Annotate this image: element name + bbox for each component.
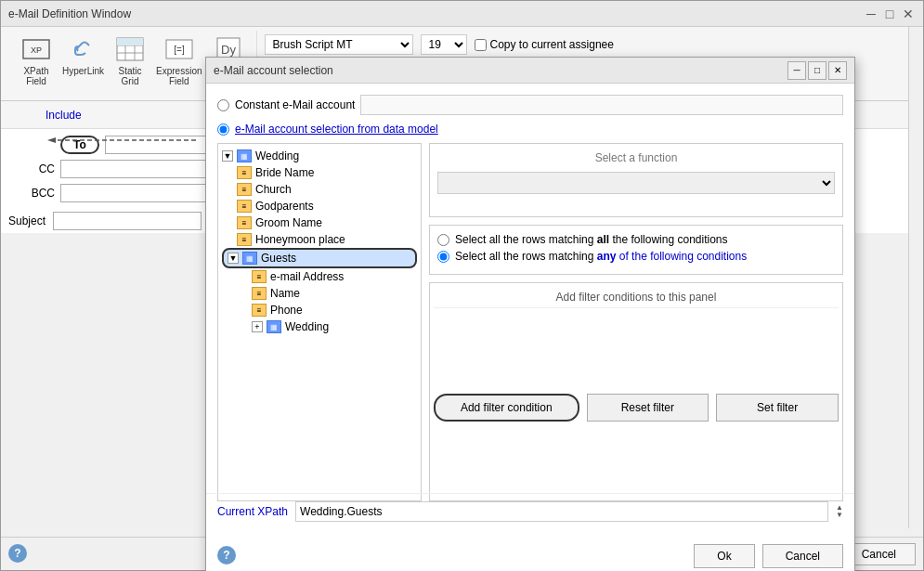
size-selector[interactable]: 19 [421, 34, 467, 55]
tree-item-name[interactable]: ≡ Name [222, 285, 417, 302]
right-panel: Select a function Select all the rows ma… [429, 143, 843, 501]
constant-radio-label[interactable]: Constant e-Mail account [235, 98, 355, 111]
font-selector[interactable]: Brush Script MT [265, 34, 413, 55]
tree-item-email-address[interactable]: ≡ e-mail Address [222, 268, 417, 285]
tree-item-phone-label: Phone [270, 304, 303, 317]
copy-checkbox-label[interactable]: Copy to current assignee [475, 38, 614, 51]
wedding-sub-table-icon: ▦ [267, 320, 281, 333]
cc-input[interactable] [60, 160, 209, 178]
modal-close-btn[interactable]: ✕ [828, 61, 847, 80]
honeymoon-field-icon: ≡ [237, 233, 252, 246]
wedding-sub-expander[interactable]: + [252, 321, 263, 332]
wedding-expander[interactable]: ▼ [222, 150, 233, 162]
xpath-input[interactable] [295, 501, 828, 522]
tree-item-bride-name[interactable]: ≡ Bride Name [222, 164, 417, 181]
modal-dialog: e-Mail account selection ─ □ ✕ Constant … [205, 57, 855, 571]
cc-label: CC [8, 162, 55, 175]
xpath-label: Current XPath [217, 505, 288, 518]
tree-item-bride-name-label: Bride Name [255, 166, 314, 179]
set-filter-btn[interactable]: Set filter [716, 394, 839, 422]
name-field-icon: ≡ [252, 287, 267, 300]
tree-item-email-address-label: e-mail Address [270, 270, 344, 283]
main-help-icon[interactable]: ? [8, 544, 27, 563]
church-field-icon: ≡ [237, 183, 252, 196]
filter-panel-header: Add filter conditions to this panel [434, 287, 839, 308]
guests-table-icon: ▦ [242, 252, 257, 265]
xpath-icon: XP [21, 34, 51, 64]
tree-item-guests[interactable]: ▼ ▦ Guests [222, 248, 417, 268]
add-filter-condition-btn[interactable]: Add filter condition [434, 394, 579, 422]
toolbar-xpath-field[interactable]: XP XPathField [16, 31, 57, 90]
all-condition-row: Select all the rows matching all the fol… [437, 233, 835, 246]
toolbar-right: Brush Script MT 19 Copy to current assig… [257, 31, 917, 58]
tree-item-church-label: Church [255, 183, 292, 196]
reset-filter-btn[interactable]: Reset filter [587, 394, 709, 422]
modal-main-content: ▼ ▦ Wedding ≡ Bride Name ≡ Church [217, 143, 843, 501]
svg-rect-7 [117, 38, 143, 45]
modal-controls: ─ □ ✕ [787, 61, 847, 80]
tree-item-groom-name[interactable]: ≡ Groom Name [222, 214, 417, 231]
modal-help-icon[interactable]: ? [217, 546, 236, 565]
email-address-field-icon: ≡ [252, 270, 267, 283]
toolbar-expression-field[interactable]: [=] ExpressionField [150, 31, 207, 90]
main-window: e-Mail Definition Window ─ □ ✕ XP XPathF… [0, 0, 924, 571]
static-grid-icon [115, 34, 145, 64]
modal-minimize-btn[interactable]: ─ [787, 61, 806, 80]
guests-expander[interactable]: ▼ [228, 253, 239, 264]
tree-item-honeymoon[interactable]: ≡ Honeymoon place [222, 231, 417, 248]
modal-bottom-buttons: Ok Cancel [694, 544, 843, 568]
bcc-input[interactable] [60, 184, 209, 202]
all-rows-label: Select all the rows matching all the fol… [455, 233, 728, 246]
function-panel: Select a function [429, 143, 843, 217]
modal-maximize-btn[interactable]: □ [808, 61, 826, 80]
tree-item-godparents-label: Godparents [255, 200, 314, 213]
main-maximize-btn[interactable]: □ [882, 6, 897, 21]
xpath-row: Current XPath ▲ ▼ [206, 493, 854, 529]
bride-name-field-icon: ≡ [237, 166, 252, 179]
hyperlink-label: HyperLink [62, 66, 104, 76]
main-minimize-btn[interactable]: ─ [864, 6, 878, 21]
modal-cancel-btn[interactable]: Cancel [762, 544, 843, 568]
svg-text:Dy: Dy [221, 43, 236, 57]
filter-panel: Add filter conditions to this panel Add … [429, 282, 843, 501]
tree-item-wedding[interactable]: ▼ ▦ Wedding [222, 148, 417, 164]
copy-checkbox[interactable] [475, 39, 487, 51]
include-label: Include [46, 109, 82, 122]
constant-radio-row: Constant e-Mail account [217, 95, 843, 115]
main-window-title: e-Mail Definition Window [8, 7, 864, 20]
xpath-down-arrow[interactable]: ▼ [836, 512, 843, 519]
tree-item-name-label: Name [270, 287, 300, 300]
datamodel-radio-label[interactable]: e-Mail account selection from data model [235, 123, 438, 136]
godparents-field-icon: ≡ [237, 200, 252, 213]
toolbar-static-grid[interactable]: StaticGrid [110, 31, 150, 90]
function-select[interactable] [437, 172, 835, 194]
constant-email-input[interactable] [360, 95, 843, 115]
xpath-field-label: XPathField [23, 66, 48, 86]
tree-item-church[interactable]: ≡ Church [222, 181, 417, 198]
main-scrollbar[interactable] [908, 27, 923, 528]
to-button[interactable]: To [60, 136, 99, 154]
constant-radio[interactable] [217, 99, 229, 111]
conditions-panel: Select all the rows matching all the fol… [429, 225, 843, 275]
datamodel-radio[interactable] [217, 123, 229, 136]
tree-item-wedding-label: Wedding [255, 149, 299, 162]
toolbar-hyperlink[interactable]: HyperLink [57, 31, 110, 80]
main-titlebar: e-Mail Definition Window ─ □ ✕ [1, 1, 923, 27]
all-rows-radio[interactable] [437, 234, 449, 246]
tree-item-phone[interactable]: ≡ Phone [222, 302, 417, 318]
tree-panel[interactable]: ▼ ▦ Wedding ≡ Bride Name ≡ Church [217, 143, 422, 501]
tree-item-godparents[interactable]: ≡ Godparents [222, 198, 417, 214]
wedding-table-icon: ▦ [237, 149, 252, 162]
subject-input[interactable] [53, 212, 202, 230]
tree-item-honeymoon-label: Honeymoon place [255, 233, 345, 246]
modal-titlebar: e-Mail account selection ─ □ ✕ [206, 58, 854, 84]
main-close-btn[interactable]: ✕ [901, 6, 916, 21]
tree-item-groom-name-label: Groom Name [255, 216, 322, 229]
groom-name-field-icon: ≡ [237, 216, 252, 229]
copy-checkbox-text: Copy to current assignee [490, 38, 614, 51]
filter-conditions-area [434, 312, 839, 386]
tree-item-wedding-sub[interactable]: + ▦ Wedding [222, 318, 417, 335]
modal-ok-btn[interactable]: Ok [694, 544, 754, 568]
subject-label: Subject [8, 214, 46, 227]
any-rows-radio[interactable] [437, 251, 449, 263]
